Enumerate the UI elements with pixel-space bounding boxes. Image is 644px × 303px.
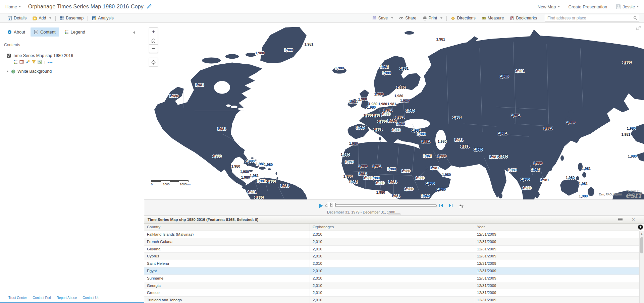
time-slider-track[interactable]: [325, 204, 437, 207]
tab-content[interactable]: Content: [31, 27, 59, 37]
scroll-up-arrow[interactable]: ▲: [640, 231, 644, 235]
tab-about[interactable]: About: [4, 27, 29, 37]
user-menu[interactable]: Jessie: [616, 4, 639, 9]
table-title-bar: Time Series Map shp 1980 2016 (Features:…: [144, 216, 644, 224]
basemap-button[interactable]: Basemap: [57, 14, 87, 22]
column-header[interactable]: Year: [474, 224, 639, 231]
table-row[interactable]: Greece2,01012/31/2009: [144, 289, 639, 297]
map-year-label: 1,980: [628, 154, 637, 158]
layer-item-time-series[interactable]: Time Series Map shp 1980 2016: [0, 50, 144, 58]
scrollbar-thumb[interactable]: [640, 237, 643, 253]
footer-link[interactable]: Contact Esri: [33, 296, 51, 300]
panel-resize-handle[interactable]: [388, 213, 400, 215]
tab-legend[interactable]: Legend: [61, 27, 89, 37]
modify-map-button[interactable]: [636, 25, 641, 32]
home-menu[interactable]: Home: [5, 4, 21, 9]
table-cell: 12/31/2009: [474, 289, 639, 296]
time-slider-handle-start[interactable]: [327, 203, 331, 208]
search-input[interactable]: [545, 15, 631, 21]
separator: ·: [29, 296, 30, 300]
map-year-label: 1,980: [623, 60, 631, 64]
scale-start: 0: [151, 183, 153, 186]
table-cell: 2,010: [310, 275, 474, 282]
column-header[interactable]: Country: [144, 224, 310, 231]
zoom-out-button[interactable]: −: [149, 44, 158, 53]
map-year-label: 1,980: [474, 147, 483, 152]
show-table-icon[interactable]: [19, 59, 24, 65]
map-year-label: 1,981: [257, 179, 266, 183]
column-header[interactable]: Orphanages: [310, 224, 474, 231]
map-canvas[interactable]: 1,9801,9811,9811,9801,9801,9801,9811,980…: [144, 23, 644, 199]
add-button[interactable]: Add: [30, 14, 54, 22]
map-year-label: 1,981: [453, 115, 462, 119]
time-range-label: December 31, 1979 - December 31, 1980: [327, 210, 395, 214]
analysis-button[interactable]: Analysis: [89, 14, 117, 22]
details-button[interactable]: Details: [5, 14, 30, 22]
map-year-label: 1,980: [213, 154, 221, 158]
table-row[interactable]: French Guiana2,01012/31/2009: [144, 238, 639, 246]
edit-title-button[interactable]: [147, 4, 152, 10]
map-year-label: 1,981: [195, 83, 204, 87]
show-legend-icon[interactable]: [13, 59, 18, 65]
legend-icon: [64, 30, 69, 34]
search-button[interactable]: [631, 15, 639, 21]
table-options-menu-icon[interactable]: [618, 218, 623, 221]
footer-link[interactable]: Trust Center: [8, 296, 27, 300]
time-settings-button[interactable]: [459, 204, 464, 210]
play-button[interactable]: [319, 203, 323, 208]
map-year-label: 1,981: [622, 132, 630, 136]
collapse-panel-button[interactable]: [133, 31, 135, 34]
map-year-label: 1,981: [454, 138, 463, 142]
perform-analysis-icon[interactable]: [38, 59, 42, 65]
table-row[interactable]: Suriname2,01012/31/2009: [144, 275, 639, 282]
table-row[interactable]: Falkland Islands (Malvinas)2,01012/31/20…: [144, 231, 639, 238]
save-icon: [372, 16, 377, 20]
time-slider-handle-end[interactable]: [332, 203, 336, 208]
map-year-label: 1,980: [358, 97, 367, 101]
create-presentation-button[interactable]: Create Presentation: [569, 4, 607, 9]
chevron-down-icon: [19, 6, 21, 7]
table-row[interactable]: Egypt2,01012/31/2009: [144, 267, 639, 275]
table-cell: 2,010: [310, 246, 474, 253]
find-my-location-button[interactable]: [149, 58, 158, 66]
map-year-label: 1,980: [241, 175, 250, 179]
map-year-label: 1,981: [280, 184, 289, 188]
previous-interval-button[interactable]: [439, 203, 444, 209]
home-extent-button[interactable]: [149, 36, 158, 45]
print-button[interactable]: Print: [420, 14, 446, 22]
change-style-icon[interactable]: [25, 59, 30, 65]
map-year-label: 1,980: [566, 176, 575, 180]
table-cell: 2,010: [310, 238, 474, 245]
layer-item-white-background[interactable]: White Background: [0, 65, 144, 74]
world-map: [144, 23, 644, 199]
layer-visibility-checkbox[interactable]: [7, 54, 11, 58]
filter-icon[interactable]: [32, 59, 36, 65]
scale-bar: 0 1000 2000km: [151, 180, 191, 186]
close-table-icon[interactable]: ×: [632, 217, 635, 222]
share-button[interactable]: Share: [396, 14, 419, 22]
new-map-label: New Map: [538, 4, 556, 9]
table-scrollbar[interactable]: ▲: [639, 231, 644, 303]
footer-link[interactable]: Contact Us: [83, 296, 99, 300]
add-field-button[interactable]: +: [638, 225, 643, 230]
map-year-label: 1,980: [374, 92, 383, 96]
measure-button[interactable]: Measure: [479, 14, 507, 22]
table-cell: 2,010: [310, 289, 474, 296]
footer-link[interactable]: Report Abuse: [57, 296, 77, 300]
map-year-label: 1,980: [382, 71, 391, 75]
separator: ·: [53, 296, 54, 300]
table-row[interactable]: Trinidad and Tobago2,01012/31/2009: [144, 297, 639, 303]
new-map-menu[interactable]: New Map: [538, 4, 560, 9]
table-row[interactable]: Guyana2,01012/31/2009: [144, 246, 639, 253]
expand-layer-icon[interactable]: [7, 70, 8, 73]
directions-button[interactable]: Directions: [448, 14, 479, 22]
zoom-in-button[interactable]: +: [149, 27, 158, 36]
table-row[interactable]: Cyprus2,01012/31/2009: [144, 253, 639, 260]
table-row[interactable]: Saint Helena2,01012/31/2009: [144, 260, 639, 267]
map-year-label: 1,980: [521, 177, 530, 181]
bookmarks-button[interactable]: Bookmarks: [507, 14, 540, 22]
table-row[interactable]: Georgia2,01012/31/2009: [144, 282, 639, 290]
next-interval-button[interactable]: [448, 203, 453, 209]
more-options-icon[interactable]: •••: [48, 61, 53, 64]
save-button[interactable]: Save: [369, 14, 396, 22]
